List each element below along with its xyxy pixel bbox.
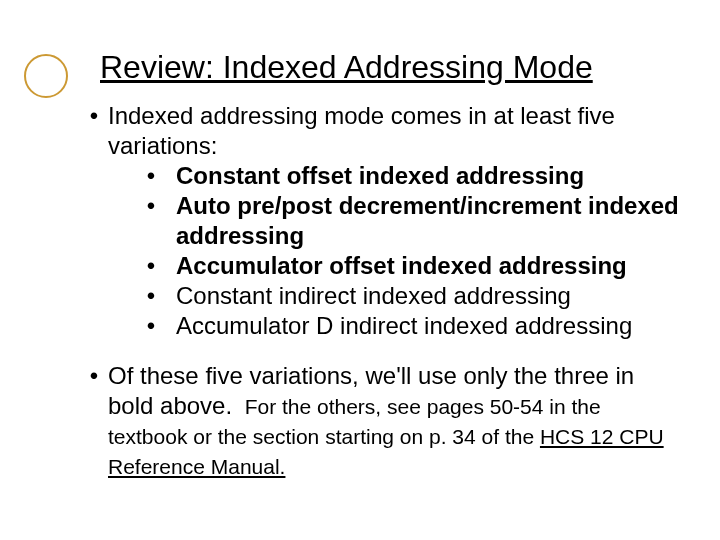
intro-text: Indexed addressing mode comes in at leas… bbox=[108, 101, 680, 341]
slide-title: Review: Indexed Addressing Mode bbox=[100, 50, 680, 85]
variations-list: • Constant offset indexed addressing • A… bbox=[136, 161, 680, 341]
variation-text: Constant offset indexed addressing bbox=[166, 161, 680, 191]
variation-text: Accumulator offset indexed addressing bbox=[166, 251, 680, 281]
variation-item: • Auto pre/post decrement/increment inde… bbox=[136, 191, 680, 251]
bullet-icon: • bbox=[80, 101, 108, 131]
slide-body: • Indexed addressing mode comes in at le… bbox=[80, 101, 680, 481]
bullet-icon: • bbox=[136, 281, 166, 311]
bullet-item: • Indexed addressing mode comes in at le… bbox=[80, 101, 680, 341]
bullet-icon: • bbox=[136, 311, 166, 341]
variation-text: Constant indirect indexed addressing bbox=[166, 281, 680, 311]
variation-text: Accumulator D indirect indexed addressin… bbox=[166, 311, 680, 341]
slide: Review: Indexed Addressing Mode • Indexe… bbox=[0, 0, 720, 540]
variation-item: • Accumulator D indirect indexed address… bbox=[136, 311, 680, 341]
decorative-circle-icon bbox=[24, 54, 68, 98]
bullet-icon: • bbox=[136, 251, 166, 281]
intro-span: Indexed addressing mode comes in at leas… bbox=[108, 102, 615, 159]
bullet-item: • Of these five variations, we'll use on… bbox=[80, 361, 680, 481]
bullet-icon: • bbox=[80, 361, 108, 391]
variation-text: Auto pre/post decrement/increment indexe… bbox=[166, 191, 680, 251]
variation-item: • Constant indirect indexed addressing bbox=[136, 281, 680, 311]
bullet-icon: • bbox=[136, 161, 166, 191]
bullet-icon: • bbox=[136, 191, 166, 221]
variation-item: • Constant offset indexed addressing bbox=[136, 161, 680, 191]
outro-text: Of these five variations, we'll use only… bbox=[108, 361, 680, 481]
variation-item: • Accumulator offset indexed addressing bbox=[136, 251, 680, 281]
